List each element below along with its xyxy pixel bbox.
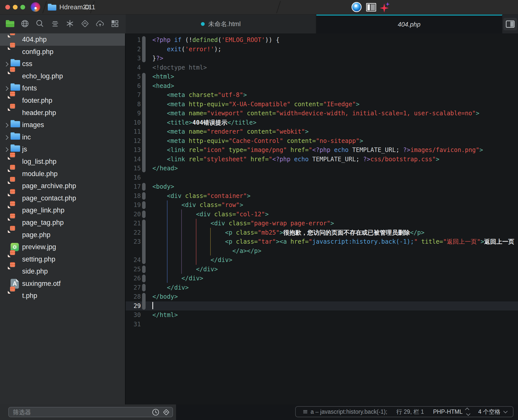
sidebar-item-file[interactable]: preview.jpg: [0, 241, 125, 253]
fold-capsule: [141, 265, 147, 274]
fold-capsule: [141, 164, 147, 173]
code-line: 2 exit('error!');: [126, 45, 518, 54]
sidebar-item-file[interactable]: page.php: [0, 229, 125, 241]
sidebar-item-folder[interactable]: js: [0, 143, 125, 155]
fold-capsule: [141, 320, 147, 329]
symbol-list-icon: [302, 409, 308, 415]
line-number: 25: [126, 265, 141, 274]
fold-capsule: [141, 45, 147, 54]
line-number: 13: [126, 145, 141, 155]
code-line: 19 <div class="row">: [126, 200, 518, 210]
fold-capsule: [141, 274, 147, 283]
recent-clock-button[interactable]: [152, 408, 159, 417]
tab-untitled-html[interactable]: 未命名.html: [126, 15, 316, 33]
close-button[interactable]: [5, 5, 10, 10]
expand-chevron-icon[interactable]: [4, 86, 8, 91]
navigator-button[interactable]: [50, 17, 61, 31]
sidebar-item-file[interactable]: side.php: [0, 265, 125, 278]
sparkles-button[interactable]: [380, 2, 390, 13]
publish-filter-button[interactable]: [162, 408, 170, 417]
file-name: config.php: [22, 48, 54, 56]
fold-capsule: [141, 63, 147, 72]
sidebar-item-file[interactable]: setting.php: [0, 253, 125, 266]
code-line: 5<html>: [126, 72, 518, 81]
fold-capsule: [141, 35, 147, 45]
expand-chevron-icon[interactable]: [4, 147, 8, 152]
line-number: 4: [126, 63, 141, 72]
line-number: 7: [126, 90, 141, 100]
file-name: module.php: [22, 170, 58, 178]
publish-button[interactable]: [79, 17, 91, 31]
publish-diamond-icon: [80, 19, 90, 29]
line-number: 24: [126, 255, 141, 265]
fold-capsule: [141, 228, 147, 237]
sidebar-item-folder[interactable]: inc: [0, 131, 125, 143]
filter-input[interactable]: [8, 407, 173, 417]
line-number: 20: [126, 210, 141, 219]
expand-chevron-icon[interactable]: [4, 62, 8, 66]
code-line: 3}?>: [126, 54, 518, 63]
search-icon: [36, 19, 44, 29]
expand-chevron-icon[interactable]: [4, 135, 8, 140]
line-number: 18: [126, 191, 141, 201]
line-number: 3: [126, 54, 141, 63]
fold-capsule: [141, 246, 147, 256]
fold-capsule: [141, 145, 147, 155]
fold-capsule: [141, 155, 147, 164]
line-number: 16: [126, 173, 141, 182]
sidebar-item-file[interactable]: page_link.php: [0, 204, 125, 217]
sidebar-item-file[interactable]: page_contact.php: [0, 192, 125, 204]
sidebar-item-file[interactable]: page_tag.php: [0, 217, 125, 229]
zoom-button[interactable]: [20, 5, 25, 10]
sidebar-item-file[interactable]: log_list.php: [0, 155, 125, 168]
sidebar-item-file[interactable]: 404.php: [0, 33, 125, 46]
line-number: 27: [126, 283, 141, 292]
sidebar-item-folder[interactable]: fonts: [0, 82, 125, 94]
sidebar-item-file[interactable]: footer.php: [0, 94, 125, 107]
tab-404-php[interactable]: 404.php: [316, 15, 502, 33]
sidebar-item-folder[interactable]: images: [0, 119, 125, 131]
plugins-button[interactable]: [109, 17, 120, 31]
line-number: 23: [126, 237, 141, 246]
expand-chevron-icon[interactable]: [4, 123, 8, 127]
code-line: 1<?php if (!defined('EMLOG_ROOT')) {: [126, 35, 518, 45]
search-button[interactable]: [34, 17, 46, 31]
fold-capsule: [141, 200, 147, 210]
sidebar-item-file[interactable]: page_archive.php: [0, 180, 125, 192]
files-button[interactable]: [5, 17, 16, 31]
split-view-button[interactable]: [502, 15, 518, 33]
line-number: 11: [126, 127, 141, 136]
preview-orb-button[interactable]: [352, 2, 362, 12]
code-line: 28</body>: [126, 292, 518, 301]
language-selector[interactable]: PHP-HTML: [433, 408, 469, 416]
line-number: 21: [126, 219, 141, 228]
sync-button[interactable]: [95, 17, 106, 31]
code-line: 12 <meta http-equiv="Cache-Control" cont…: [126, 136, 518, 146]
preview-button[interactable]: [19, 17, 30, 31]
file-name: images: [22, 121, 44, 129]
gear-icon[interactable]: [83, 4, 91, 12]
fold-capsule: [141, 237, 147, 246]
sidebar-item-file[interactable]: Asuxingme.otf: [0, 278, 125, 290]
sidebar: 404.phpconfig.phpcssecho_log.phpfontsfoo…: [0, 33, 125, 404]
minimize-button[interactable]: [13, 5, 18, 10]
code-line: 27 </div>: [126, 283, 518, 292]
indent-selector[interactable]: 4 个空格: [478, 408, 506, 416]
code-line: 7 <meta charset="utf-8">: [126, 90, 518, 100]
editor-surface[interactable]: 1<?php if (!defined('EMLOG_ROOT')) {2 ex…: [126, 33, 518, 404]
sidebar-item-file[interactable]: config.php: [0, 46, 125, 58]
fold-capsule: [141, 81, 147, 91]
code-line: 22 <p class="mb25">很抱歉，您访问的页面不存在或已被管理员删除…: [126, 228, 518, 237]
sidebar-item-file[interactable]: module.php: [0, 168, 125, 180]
align-lines-icon: [51, 19, 59, 29]
sidebar-item-file[interactable]: t.php: [0, 290, 125, 302]
sidebar-item-file[interactable]: echo_log.php: [0, 70, 125, 82]
layout-columns-button[interactable]: [366, 3, 376, 12]
sidebar-item-file[interactable]: header.php: [0, 107, 125, 119]
snippets-button[interactable]: [64, 17, 75, 31]
fold-capsule: [141, 90, 147, 100]
fold-capsule: [141, 292, 147, 301]
line-number: 9: [126, 109, 141, 118]
sidebar-item-folder[interactable]: css: [0, 58, 125, 70]
app-swirl-icon: [31, 2, 40, 12]
